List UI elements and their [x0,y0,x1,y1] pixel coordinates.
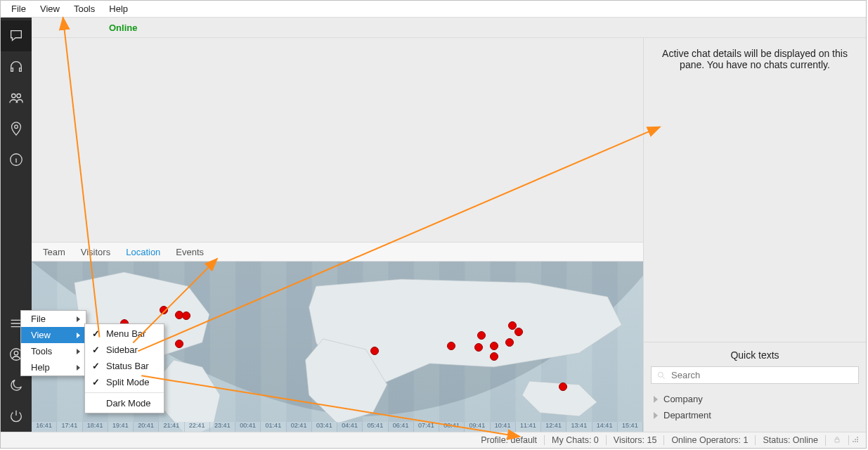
svg-point-0 [12,94,15,98]
visitor-dot[interactable] [490,352,498,361]
context-menu-item-tools[interactable]: Tools [21,343,86,359]
timezone-hour: 13:41 [566,422,592,432]
check-icon: ✓ [91,361,101,371]
chat-pane-empty [32,38,643,242]
submenu-item-status-bar[interactable]: ✓ Status Bar [85,358,164,374]
svg-point-2 [15,125,18,129]
tab-visitors[interactable]: Visitors [74,245,117,259]
power-icon[interactable] [1,401,32,432]
submenu-item-menu-bar[interactable]: ✓ Menu Bar [85,326,164,342]
app-window: File View Tools Help [0,0,867,449]
chevron-right-icon [77,316,80,322]
svg-rect-9 [835,439,839,442]
submenu-item-dark-mode[interactable]: Dark Mode [85,395,164,411]
triangle-right-icon [654,396,658,403]
visitor-dot[interactable] [175,340,183,348]
menu-tools[interactable]: Tools [67,2,102,15]
lock-icon [825,435,848,446]
status-bar: Profile: default My Chats: 0 Visitors: 1… [1,432,866,448]
context-menu-item-file[interactable]: File [21,311,86,327]
people-icon[interactable] [1,82,32,113]
submenu-item-split-mode[interactable]: ✓ Split Mode [85,374,164,390]
timezone-hour: 21:41 [159,422,184,432]
context-menu-item-view[interactable]: View [21,327,86,343]
quick-text-group-label: Company [663,394,703,404]
status-visitors: Visitors: 15 [606,435,664,445]
visitor-dot[interactable] [514,328,523,336]
timezone-hour: 12:41 [541,422,566,432]
timezone-hour: 00:41 [235,422,261,432]
svg-point-14 [855,441,856,442]
submenu-item-sidebar[interactable]: ✓ Sidebar [85,342,164,358]
headset-icon[interactable] [1,51,32,82]
right-panel: Active chat details will be displayed on… [643,38,866,432]
menubar: File View Tools Help [1,1,866,18]
menu-help[interactable]: Help [102,2,135,15]
triangle-right-icon [654,412,658,419]
quick-texts-search-input[interactable] [651,366,859,384]
chevron-right-icon [77,333,80,338]
status-online-label: Online [32,22,137,33]
svg-point-15 [857,441,858,442]
visitor-dot[interactable] [559,382,567,391]
timezone-hour: 16:41 [32,422,57,432]
status-header: Online [32,18,866,38]
timezone-hour: 05:41 [363,422,388,432]
visitor-dot[interactable] [160,306,168,314]
timezone-hour: 19:41 [108,422,134,432]
visitor-dot[interactable] [477,331,486,340]
chat-bubble-icon[interactable] [1,20,32,51]
visitor-dot[interactable] [370,347,379,355]
visitor-dot[interactable] [490,342,498,350]
quick-text-group-label: Department [663,410,711,420]
visitor-dot[interactable] [474,343,483,352]
svg-point-11 [855,439,856,440]
search-icon [656,371,666,380]
map-pin-icon[interactable] [1,113,32,144]
context-submenu-view: ✓ Menu Bar ✓ Sidebar ✓ Status Bar ✓ Spli… [84,323,164,413]
status-operators: Online Operators: 1 [663,435,755,445]
resize-grip-icon[interactable] [848,435,862,445]
svg-point-13 [853,441,854,442]
timezone-hour: 22:41 [185,422,210,432]
visitor-dot[interactable] [447,342,455,350]
tab-team[interactable]: Team [36,245,72,259]
context-menu-item-help[interactable]: Help [21,359,86,375]
visitor-dot[interactable] [505,338,514,347]
tab-location[interactable]: Location [119,245,167,259]
menu-file[interactable]: File [4,2,33,15]
timezone-hour: 02:41 [287,422,312,432]
context-menu-root: File View Tools Help [20,310,86,376]
timezone-hour: 17:41 [57,422,82,432]
timezone-hour: 09:41 [465,422,490,432]
menu-view[interactable]: View [33,2,67,15]
timezone-hour: 07:41 [414,422,439,432]
visitor-dot[interactable] [182,311,190,320]
status-status: Status: Online [755,435,825,445]
chat-details-empty-message: Active chat details will be displayed on… [644,38,866,80]
svg-point-12 [857,439,858,440]
timezone-hour: 15:41 [618,422,643,432]
chevron-right-icon [77,349,80,354]
quick-text-group-company[interactable]: Company [651,391,859,407]
timezone-hour: 14:41 [592,422,618,432]
status-profile: Profile: default [474,435,544,445]
timezone-hour: 08:41 [439,422,465,432]
status-my-chats: My Chats: 0 [544,435,606,445]
timezone-strip: 16:4117:4118:4119:4120:4121:4122:4123:41… [32,422,643,432]
check-icon: ✓ [91,345,101,355]
quick-text-group-department[interactable]: Department [651,407,859,423]
check-icon: ✓ [91,328,101,339]
timezone-hour: 11:41 [516,422,541,432]
quick-texts-title: Quick texts [651,347,859,366]
timezone-hour: 23:41 [210,422,235,432]
svg-point-1 [17,94,20,98]
info-icon[interactable] [1,144,32,175]
check-icon: ✓ [91,377,101,387]
center-tabs: Team Visitors Location Events [32,242,643,262]
quick-texts-section: Quick texts Company Department [644,342,866,432]
tab-events[interactable]: Events [169,245,211,259]
timezone-hour: 04:41 [337,422,363,432]
timezone-hour: 06:41 [389,422,414,432]
timezone-hour: 10:41 [491,422,516,432]
